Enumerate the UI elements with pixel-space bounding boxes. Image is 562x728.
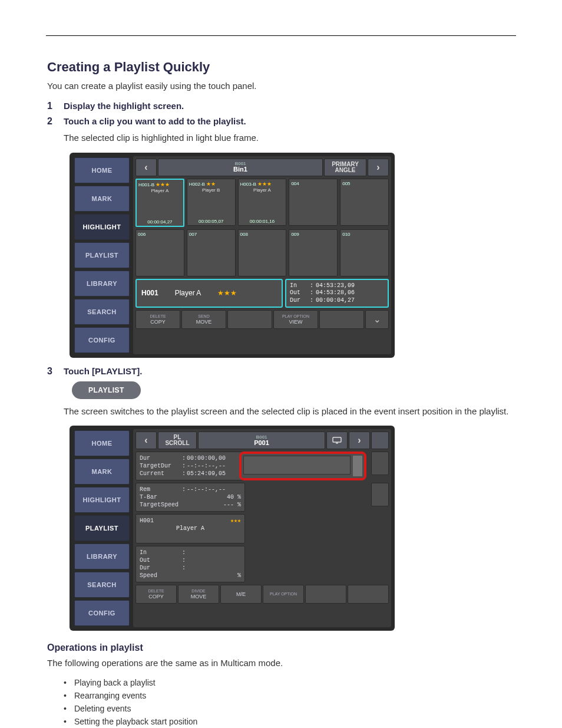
angle-button[interactable]: PRIMARY ANGLE <box>324 159 366 176</box>
foot-delete-copy[interactable]: DELETE COPY <box>135 310 180 329</box>
side-playlist[interactable]: PLAYLIST <box>74 242 130 268</box>
angle-label-bottom: ANGLE <box>335 167 356 173</box>
clip-info-left: H001 Player A ★★★ <box>135 279 283 308</box>
angle-label-top: PRIMARY <box>332 162 359 167</box>
step-text: Display the highlight screen. <box>64 101 516 111</box>
operations-heading: Operations in playlist <box>47 643 516 653</box>
clip-info-right: In:04:53:23,09 Out:04:53:28,06 Dur:00:00… <box>285 279 389 308</box>
pl-clip-id: H001 <box>140 517 154 525</box>
step-text: Touch [PLAYLIST]. <box>64 366 516 377</box>
bullet-2: •Rearranging events <box>64 691 516 700</box>
clip-h003[interactable]: H003-B★★★ Player A 00:00:01,16 <box>238 179 287 226</box>
step-2-note: The selected clip is highlighted in ligh… <box>64 131 516 144</box>
bin-title[interactable]: B001 Bin1 <box>158 159 323 176</box>
foot-blank-2[interactable] <box>348 585 389 604</box>
footer-bar: DELETE COPY SEND MOVE PLAY OPTION VIEW ⌄ <box>135 310 389 329</box>
bullet-1: •Playing back a playlist <box>64 678 516 687</box>
pl-clip-stars: ★★★ <box>230 517 241 525</box>
step-3-note: The screen switches to the playlist scre… <box>64 405 516 418</box>
foot-expand[interactable]: ⌄ <box>365 310 389 329</box>
info-stars: ★★★ <box>217 289 237 297</box>
side-highlight[interactable]: HIGHLIGHT <box>74 214 130 240</box>
side-library[interactable]: LIBRARY <box>74 543 130 569</box>
step-1: 1 Display the highlight screen. <box>47 101 516 111</box>
foot-empty[interactable] <box>227 310 272 329</box>
highlight-screen-figure: HOME MARK HIGHLIGHT PLAYLIST LIBRARY SEA… <box>70 153 395 358</box>
side-config[interactable]: CONFIG <box>74 327 130 353</box>
next-button[interactable]: › <box>349 431 370 449</box>
clip-h002[interactable]: H002-B★★ Player B 00:00:05,07 <box>187 179 236 226</box>
prev-bin-button[interactable]: ‹ <box>135 159 157 176</box>
playlist-iods: In: Out: Dur: Speed% <box>135 546 245 582</box>
playlist-screen-figure: HOME MARK HIGHLIGHT PLAYLIST LIBRARY SEA… <box>70 426 395 631</box>
foot-divide-move[interactable]: DIVIDE MOVE <box>178 585 219 604</box>
pl-clip-name: Player A <box>140 525 241 532</box>
playlist-title[interactable]: B001 P001 <box>198 431 325 449</box>
aux-slot-1[interactable] <box>371 452 389 475</box>
clip-h001[interactable]: H001-B★★★ Player A 00:00:04,27 <box>135 179 184 227</box>
clip-grid: H001-B★★★ Player A 00:00:04,27 H002-B★★ … <box>135 179 389 276</box>
clip-005[interactable]: 005 <box>340 179 389 226</box>
event-insert-slot <box>243 456 351 475</box>
step-number: 3 <box>47 366 64 377</box>
side-search[interactable]: SEARCH <box>74 299 130 325</box>
foot-blank-1[interactable] <box>305 585 346 604</box>
bullet-3: •Deleting events <box>64 704 516 713</box>
step-number: 2 <box>47 116 64 127</box>
pl-scroll-button[interactable]: PL SCROLL <box>158 431 197 449</box>
top-blank[interactable] <box>371 431 389 449</box>
playlist-pill-button[interactable]: PLAYLIST <box>72 381 141 399</box>
side-search[interactable]: SEARCH <box>74 572 130 598</box>
playlist-stats-2: Rem:--:--:--,-- T-Bar40 % TargetSpeed---… <box>135 483 245 512</box>
side-library[interactable]: LIBRARY <box>74 271 130 297</box>
clip-006[interactable]: 006 <box>135 229 184 276</box>
playlist-clip-card[interactable]: H001 ★★★ Player A <box>135 514 245 543</box>
playlist-stats-1: Dur:00:00:00,00 TargetDur:--:--:--,-- Cu… <box>135 452 245 480</box>
intro-text: You can create a playlist easily using t… <box>47 80 516 93</box>
side-menu: HOME MARK HIGHLIGHT PLAYLIST LIBRARY SEA… <box>73 156 131 354</box>
foot-me[interactable]: M/E <box>220 585 262 604</box>
side-highlight[interactable]: HIGHLIGHT <box>74 487 130 513</box>
bullet-4: •Setting the playback start position <box>64 717 516 726</box>
side-menu: HOME MARK HIGHLIGHT PLAYLIST LIBRARY SEA… <box>73 429 131 627</box>
step-3: 3 Touch [PLAYLIST]. <box>47 366 516 377</box>
side-playlist[interactable]: PLAYLIST <box>74 515 130 541</box>
bin-name: Bin1 <box>233 166 247 173</box>
info-id: H001 <box>141 289 158 297</box>
next-bin-button[interactable]: › <box>368 159 389 176</box>
info-player: Player A <box>175 289 201 297</box>
side-mark[interactable]: MARK <box>74 459 130 485</box>
footer-bar: DELETE COPY DIVIDE MOVE M/E PLAY OPTION <box>135 585 389 604</box>
step-2: 2 Touch a clip you want to add to the pl… <box>47 116 516 127</box>
step-number: 1 <box>47 101 64 111</box>
clip-008[interactable]: 008 <box>238 229 287 276</box>
operations-intro: The following operations are the same as… <box>47 657 516 670</box>
step-text: Touch a clip you want to add to the play… <box>64 116 516 127</box>
prev-button[interactable]: ‹ <box>135 431 157 449</box>
clip-010[interactable]: 010 <box>340 229 389 276</box>
foot-play-option[interactable]: PLAY OPTION <box>263 585 304 604</box>
top-bar: ‹ B001 Bin1 PRIMARY ANGLE › <box>135 159 389 176</box>
side-home[interactable]: HOME <box>74 430 130 456</box>
clip-007[interactable]: 007 <box>187 229 236 276</box>
clip-004[interactable]: 004 <box>289 179 338 226</box>
clip-info-bar: H001 Player A ★★★ In:04:53:23,09 Out:04:… <box>135 279 389 308</box>
side-config[interactable]: CONFIG <box>74 600 130 626</box>
pl-label-bottom: SCROLL <box>165 440 189 446</box>
clip-009[interactable]: 009 <box>289 229 338 276</box>
aux-slot-2[interactable] <box>371 483 389 506</box>
foot-delete-copy[interactable]: DELETE COPY <box>135 585 177 604</box>
foot-play-view[interactable]: PLAY OPTION VIEW <box>273 310 318 329</box>
section-heading: Creating a Playlist Quickly <box>47 60 516 75</box>
monitor-icon[interactable] <box>326 431 348 449</box>
event-insert-handle <box>353 456 362 476</box>
event-insert-frame[interactable] <box>239 452 366 480</box>
svg-rect-1 <box>336 443 338 444</box>
top-bar: ‹ PL SCROLL B001 P001 › <box>135 431 389 449</box>
playlist-name: P001 <box>254 440 269 446</box>
side-mark[interactable]: MARK <box>74 186 130 212</box>
svg-rect-0 <box>333 437 341 442</box>
side-home[interactable]: HOME <box>74 157 130 183</box>
foot-send-move[interactable]: SEND MOVE <box>181 310 226 329</box>
foot-blank[interactable] <box>319 310 364 329</box>
